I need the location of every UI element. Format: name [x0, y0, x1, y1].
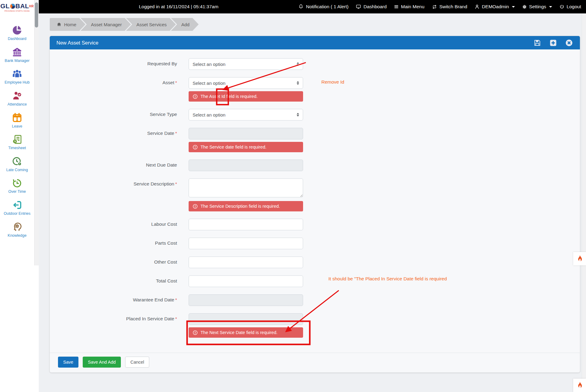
sidebar-item-bank-manager[interactable]: Bank Manager	[0, 44, 34, 66]
sidebar-nav: DashboardBank ManagerEmployee HubAttenda…	[0, 22, 34, 240]
breadcrumb-label: Home	[64, 22, 76, 27]
required-asterisk: *	[175, 316, 177, 321]
service-date-input[interactable]	[189, 128, 303, 139]
field-label-service-type: Service Type	[50, 109, 189, 120]
topbar-item-main-menu[interactable]: Main Menu	[394, 4, 425, 9]
flame-icon	[576, 255, 583, 263]
alert-circle-icon	[193, 330, 198, 335]
flame-widget-bottom[interactable]	[573, 379, 586, 392]
topbar-item-user-menu[interactable]: DEMOadmin	[474, 4, 515, 9]
service-type-select[interactable]: Select an option	[189, 109, 303, 120]
document-clock-icon	[1, 134, 33, 145]
sidebar-item-label: Over Time	[1, 189, 33, 194]
topbar-item-dashboard[interactable]: Dashboard	[356, 4, 387, 9]
sidebar-scrollbar-thumb[interactable]	[35, 2, 38, 27]
breadcrumb-item-home[interactable]: Home	[50, 18, 85, 31]
sidebar-item-label: Outdoor Entries	[1, 211, 33, 216]
field-column-asset: Select an optionThe Asset Id field is re…	[189, 77, 303, 102]
sidebar-item-label: Late Coming	[1, 168, 33, 173]
alert-circle-icon	[193, 204, 198, 209]
sidebar-item-outdoor-entries[interactable]: Outdoor Entries	[0, 197, 34, 219]
form-row-labour-cost: Labour Cost	[50, 219, 580, 230]
form-row-service-type: Service TypeSelect an option	[50, 109, 580, 120]
left-rail: GLBALHR PROGRESS STARTS INSIDE Dashboard…	[0, 0, 34, 392]
field-label-next-due-date: Next Due Date	[50, 160, 189, 171]
sidebar-item-label: Bank Manager	[1, 59, 33, 63]
select-value: Select an option	[193, 62, 226, 67]
cancel-button[interactable]: Cancel	[125, 357, 149, 368]
sidebar-item-employee-hub[interactable]: Employee Hub	[0, 66, 34, 88]
placed-in-service-date-input[interactable]	[189, 313, 303, 325]
select-value: Select an option	[193, 112, 226, 117]
breadcrumb-item-asset-manager[interactable]: Asset Manager	[81, 18, 131, 31]
warantee-end-date-input[interactable]	[189, 294, 303, 306]
topbar-item-label: Switch Brand	[440, 4, 467, 9]
flame-widget-top[interactable]	[573, 252, 586, 265]
add-button[interactable]	[549, 39, 557, 47]
close-button[interactable]	[565, 39, 573, 47]
topbar-item-label: Main Menu	[401, 4, 425, 9]
panel-footer: SaveSave And AddCancel	[50, 353, 580, 372]
topbar-item-label: DEMOadmin	[482, 4, 509, 9]
globe-icon	[10, 4, 15, 9]
placed-in-service-date-error-message: The Next Service Date field is required.	[189, 327, 303, 338]
service-description-textarea[interactable]	[189, 178, 303, 197]
chevron-down-icon	[549, 6, 552, 8]
topbar-item-switch-brand[interactable]: Switch Brand	[432, 4, 467, 9]
breadcrumb-item-asset-services[interactable]: Asset Services	[126, 18, 176, 31]
add-icon	[549, 39, 557, 47]
save-button[interactable]	[533, 39, 541, 47]
required-asterisk: *	[175, 80, 177, 85]
total-cost-input[interactable]	[189, 275, 303, 287]
sidebar-item-label: Dashboard	[1, 37, 33, 41]
sidebar-item-attendance[interactable]: Attendance	[0, 88, 34, 110]
field-column-other-cost	[189, 257, 303, 268]
parts-cost-input[interactable]	[189, 238, 303, 249]
sidebar-item-knowledge[interactable]: Knowledge	[0, 219, 34, 241]
topbar-item-label: Notification ( 1 Alert)	[306, 4, 349, 9]
breadcrumb-label: Add	[181, 22, 190, 27]
field-label-warantee-end-date: Warantee End Date*	[50, 294, 189, 306]
panel-title: New Asset Service	[56, 40, 99, 46]
field-column-service-description: The Service Description field is require…	[189, 178, 303, 211]
field-label-service-date: Service Date*	[50, 128, 189, 152]
close-icon	[565, 39, 573, 47]
save-button[interactable]: Save	[58, 357, 78, 368]
sidebar-item-leave[interactable]: Leave	[0, 110, 34, 131]
asset-error-message: The Asset Id field is required.	[189, 91, 303, 102]
form-row-service-date: Service Date*The Service date field is r…	[50, 128, 580, 152]
field-column-next-due-date	[189, 160, 303, 171]
panel-actions	[533, 39, 573, 47]
topbar-item-settings[interactable]: Settings	[522, 4, 552, 9]
sidebar-item-label: Leave	[1, 124, 33, 129]
sidebar-item-late-coming[interactable]: Late Coming	[0, 153, 34, 175]
topbar-item-logout[interactable]: Logout	[559, 4, 581, 9]
login-status-text: Logged in at 16/11/2024 | 05:41:37am	[139, 0, 219, 13]
asset-select[interactable]: Select an option	[189, 77, 303, 89]
page-scrollbar-track[interactable]	[582, 13, 586, 392]
field-column-service-date: The Service date field is required.	[189, 128, 303, 152]
field-column-requested-by: Select an option	[189, 58, 303, 70]
clock-alert-icon	[1, 156, 33, 167]
save-icon	[533, 39, 541, 47]
sidebar-item-timesheet[interactable]: Timesheet	[0, 131, 34, 153]
topbar-item-notification[interactable]: Notification ( 1 Alert)	[298, 4, 349, 9]
save-and-add-button[interactable]: Save And Add	[83, 357, 121, 368]
sidebar-item-dashboard[interactable]: Dashboard	[0, 22, 34, 44]
bell-icon	[298, 4, 304, 9]
chevron-down-icon	[512, 6, 515, 8]
other-cost-input[interactable]	[189, 257, 303, 268]
flame-icon	[576, 381, 583, 389]
next-due-date-input[interactable]	[189, 160, 303, 171]
sidebar-scrollbar-track[interactable]	[34, 0, 39, 265]
new-asset-service-panel: New Asset Service Requested BySelect an …	[50, 36, 580, 372]
power-icon	[559, 4, 565, 9]
sidebar-item-over-time[interactable]: Over Time	[0, 175, 34, 197]
sidebar-item-label: Knowledge	[1, 233, 33, 238]
requested-by-select[interactable]: Select an option	[189, 58, 303, 70]
select-chevrons-icon	[297, 62, 299, 66]
app-logo[interactable]: GLBALHR PROGRESS STARTS INSIDE	[0, 2, 34, 12]
labour-cost-input[interactable]	[189, 219, 303, 230]
field-label-parts-cost: Parts Cost	[50, 238, 189, 249]
topbar-item-label: Dashboard	[364, 4, 387, 9]
